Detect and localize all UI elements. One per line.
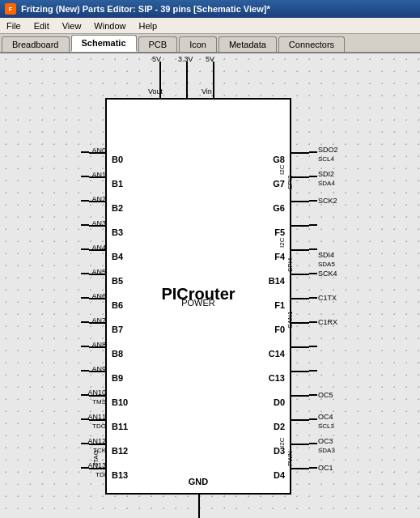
title-bar: F Fritzing (New) Parts Editor: SIP - 39 … <box>0 0 420 18</box>
schematic-canvas[interactable]: 5V 3.3V 5V Vout Vin PICrouter POWER B0 B… <box>0 53 420 518</box>
conn-B14 <box>309 273 317 274</box>
pin-label-F0: F0 <box>274 325 285 334</box>
pin-label-F1: F1 <box>274 300 285 310</box>
tab-breadboard[interactable]: Breadboard <box>2 36 70 52</box>
pin-label-B11: B11 <box>112 422 128 431</box>
pin-label-B3: B3 <box>112 227 123 237</box>
pin-label-B4: B4 <box>112 252 123 261</box>
conn-AN7 <box>81 321 89 323</box>
ext-label-G7: SDI2SDA4 <box>318 170 335 188</box>
ext-label-AN9: AN9 <box>91 365 106 373</box>
conn-F4 <box>309 248 317 250</box>
conn-AN9 <box>81 370 89 372</box>
ext-label-B14: SCK4 <box>318 270 337 278</box>
pin-gnd-line <box>198 495 200 518</box>
vert-SPI2: SPI2 <box>286 141 294 189</box>
ext-label-D2: OC4SCL3 <box>318 413 334 431</box>
ext-label-G6: SCK2 <box>318 197 337 205</box>
menu-view[interactable]: View <box>56 19 88 32</box>
vert-PWN: PWN <box>286 385 294 466</box>
tab-schematic[interactable]: Schematic <box>71 35 137 52</box>
pin-label-B8: B8 <box>112 349 123 359</box>
vert-I2C-mid: I2C <box>278 215 286 248</box>
vert-JTAG: JTAG <box>92 410 100 466</box>
conn-G6 <box>309 200 317 202</box>
conn-AN2 <box>81 200 89 202</box>
stub-D2 <box>291 419 309 421</box>
tab-icon[interactable]: Icon <box>179 36 217 52</box>
vert-SPI4: SPI4 <box>286 211 294 272</box>
ext-label-G8: SDO2SCL4 <box>318 146 338 163</box>
pin-label-G7: G7 <box>273 179 285 189</box>
top-label-vout: Vout <box>148 87 163 96</box>
ext-label-F0: C1RX <box>318 318 337 326</box>
pin-33v-line <box>186 62 188 98</box>
window-title: Fritzing (New) Parts Editor: SIP - 39 pi… <box>21 4 270 14</box>
app-icon: F <box>5 3 16 15</box>
stub-B14 <box>291 274 309 275</box>
pin-label-F4: F4 <box>274 252 285 261</box>
stub-G8 <box>291 152 309 154</box>
pin-label-C14: C14 <box>269 349 285 359</box>
conn-AN3 <box>81 224 89 226</box>
tab-bar: Breadboard Schematic PCB Icon Metadata C… <box>0 34 420 53</box>
pin-label-B14: B14 <box>269 276 285 286</box>
menu-window[interactable]: Window <box>87 19 132 32</box>
conn-AN4 <box>81 248 89 250</box>
top-label-5v-left: 5V <box>152 55 161 63</box>
ext-label-F1: C1TX <box>318 294 337 302</box>
vert-CAN1: CAN1 <box>286 292 294 329</box>
conn-C13 <box>309 370 317 372</box>
pin-label-B13: B13 <box>112 470 128 480</box>
ext-label-AN7: AN7 <box>91 316 106 325</box>
stub-G6 <box>291 201 309 202</box>
conn-F5 <box>309 224 317 226</box>
conn-AN6 <box>81 297 89 299</box>
pin-label-B6: B6 <box>112 300 123 310</box>
tab-pcb[interactable]: PCB <box>138 36 178 52</box>
conn-G7 <box>309 176 317 177</box>
stub-C14 <box>291 346 309 348</box>
ext-label-AN5: AN5 <box>91 268 106 276</box>
ext-label-AN2: AN2 <box>91 195 106 203</box>
menu-edit[interactable]: Edit <box>28 19 56 32</box>
ext-label-D4: OC1 <box>318 464 333 472</box>
menu-help[interactable]: Help <box>132 19 163 32</box>
ext-label-D3: OC3SDA3 <box>318 437 335 455</box>
stub-F1 <box>291 298 309 299</box>
stub-F5 <box>291 225 309 227</box>
stub-G7 <box>291 176 309 178</box>
menu-file[interactable]: File <box>0 19 28 32</box>
top-label-5v-right: 5V <box>206 55 214 63</box>
pin-label-G6: G6 <box>273 203 285 213</box>
conn-D4 <box>309 467 317 469</box>
stub-D3 <box>291 444 309 445</box>
stub-C13 <box>291 371 309 372</box>
ext-label-AN3: AN3 <box>91 219 106 227</box>
pin-5v-right-line <box>213 62 214 98</box>
pin-label-D4: D4 <box>274 470 285 480</box>
conn-AN1 <box>81 176 89 177</box>
stub-F0 <box>291 322 309 324</box>
conn-C14 <box>309 346 317 347</box>
conn-F0 <box>309 321 317 323</box>
conn-D3 <box>309 443 317 444</box>
top-label-33v: 3.3V <box>178 55 193 63</box>
pin-label-D0: D0 <box>274 397 285 407</box>
tab-metadata[interactable]: Metadata <box>218 36 277 52</box>
pin-label-B1: B1 <box>112 179 123 189</box>
ext-label-AN0: AN0 <box>91 146 106 155</box>
conn-D0 <box>309 394 317 396</box>
pin-label-B7: B7 <box>112 325 123 334</box>
pin-label-C13: C13 <box>269 373 285 383</box>
conn-G8 <box>309 151 317 153</box>
ic-power-label: POWER <box>181 298 215 308</box>
ext-label-AN6: AN6 <box>91 292 106 300</box>
stub-D0 <box>291 395 309 397</box>
tab-connectors[interactable]: Connectors <box>278 36 345 52</box>
stub-F4 <box>291 249 309 251</box>
ext-label-AN8: AN8 <box>91 341 106 349</box>
pin-label-B5: B5 <box>112 276 123 286</box>
top-label-vin: Vin <box>202 87 212 96</box>
ext-label-F4: SDI4SDA5 <box>318 251 335 269</box>
